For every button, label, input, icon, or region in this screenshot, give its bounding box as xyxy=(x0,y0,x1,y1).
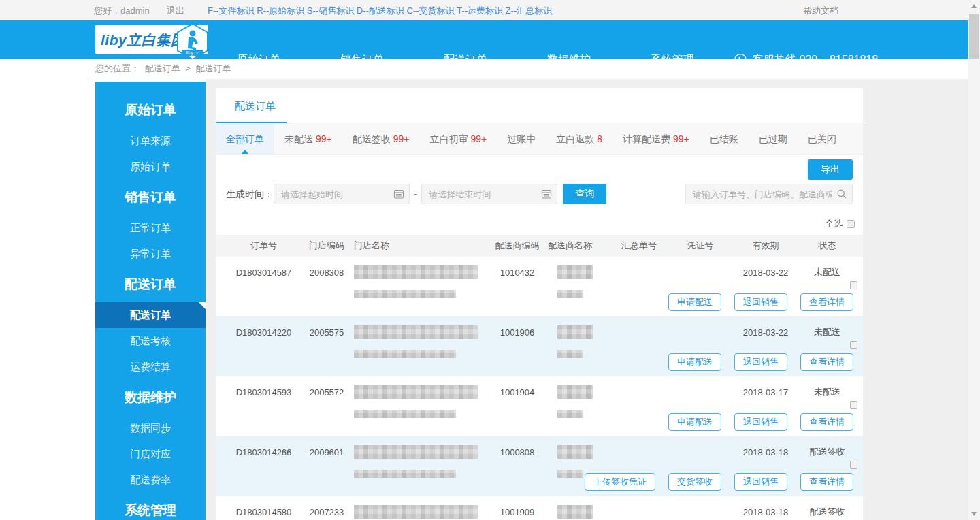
sidebar-group-系统管理[interactable]: 系统管理 xyxy=(95,495,206,520)
scrollbar-up-arrow[interactable] xyxy=(971,4,977,8)
subtab-label: 计算配送费 xyxy=(623,133,670,144)
select-all-row: 全选 xyxy=(216,212,863,235)
active-corner-marker xyxy=(199,302,206,309)
sidebar-item-运费结算[interactable]: 运费结算 xyxy=(95,354,206,380)
sidebar-group-配送订单[interactable]: 配送订单 xyxy=(95,270,206,299)
cell-order-no: D1803014580 xyxy=(228,507,299,517)
cell-status: 未配送 xyxy=(800,266,855,278)
export-button[interactable]: 导出 xyxy=(808,159,853,180)
subtab-label: 配送签收 xyxy=(353,133,391,144)
sidebar-group-原始订单[interactable]: 原始订单 xyxy=(95,95,206,125)
row-checkbox[interactable] xyxy=(850,401,858,409)
sidebar-item-配送订单[interactable]: 配送订单 xyxy=(95,302,206,328)
subtab-已关闭[interactable]: 已关闭 xyxy=(798,123,847,154)
action-button-查看详情[interactable]: 查看详情 xyxy=(800,413,853,431)
breadcrumb-separator: > xyxy=(185,63,191,74)
column-header-配送商编码: 配送商编码 xyxy=(487,240,548,252)
sidebar-group-数据维护[interactable]: 数据维护 xyxy=(95,383,206,412)
action-button-上传签收凭证[interactable]: 上传签收凭证 xyxy=(585,473,655,491)
cell-order-no: D1803014587 xyxy=(228,267,299,278)
sidebar-group-销售订单[interactable]: 销售订单 xyxy=(95,182,206,212)
cell-valid-date: 2018-03-18 xyxy=(732,507,800,517)
subtab-label: 全部订单 xyxy=(226,133,264,144)
masked-vendor-name xyxy=(557,325,593,339)
tab-delivery-orders[interactable]: 配送订单 xyxy=(235,88,276,123)
row-data: D1803014593200557210019042018-03-17未配送 xyxy=(216,376,863,408)
action-button-查看详情[interactable]: 查看详情 xyxy=(800,473,853,491)
sidebar-item-配送费率[interactable]: 配送费率 xyxy=(95,467,206,493)
sidebar-item-原始订单[interactable]: 原始订单 xyxy=(95,154,206,180)
subtab-立白初审[interactable]: 立白初审99+ xyxy=(420,123,497,154)
logout-link[interactable]: 退出 xyxy=(167,5,184,17)
row-data: D1803014580200723310019092018-03-18配送签收 xyxy=(216,496,863,520)
row-data: D1803014266200960110008082018-03-18配送签收 xyxy=(216,436,863,468)
action-button-退回销售[interactable]: 退回销售 xyxy=(734,353,787,371)
action-button-退回销售[interactable]: 退回销售 xyxy=(734,293,787,311)
subtab-已结账[interactable]: 已结账 xyxy=(700,123,749,154)
breadcrumb-parent[interactable]: 配送订单 xyxy=(145,63,180,74)
row-data: D1803014220200557510019062018-03-22未配送 xyxy=(216,316,863,348)
cell-store-code: 2005575 xyxy=(299,327,354,338)
sidebar: 原始订单订单来源原始订单销售订单正常订单异常订单配送订单配送订单配送考核运费结算… xyxy=(95,82,206,520)
cell-store-code: 2008308 xyxy=(299,267,354,278)
sidebar-item-门店对应[interactable]: 门店对应 xyxy=(95,441,206,467)
search-icon[interactable] xyxy=(836,189,847,199)
masked-vendor-name xyxy=(557,445,593,459)
sidebar-item-配送考核[interactable]: 配送考核 xyxy=(95,328,206,354)
calendar-icon[interactable] xyxy=(393,189,404,199)
cell-vendor-code: 1001906 xyxy=(487,327,548,338)
end-date-input[interactable] xyxy=(421,184,557,204)
table-row: D1803014220200557510019062018-03-22未配送申请… xyxy=(216,316,863,376)
subtab-label: 已关闭 xyxy=(808,133,836,144)
select-all-label: 全选 xyxy=(825,218,843,230)
row-checkbox[interactable] xyxy=(850,281,858,289)
masked-store-name-line2 xyxy=(354,290,456,298)
scrollbar-thumb[interactable] xyxy=(969,14,979,59)
subtab-全部订单[interactable]: 全部订单 xyxy=(216,123,274,154)
action-button-申请配送[interactable]: 申请配送 xyxy=(668,413,721,431)
cell-status: 配送签收 xyxy=(800,506,855,518)
row-actions: 申请配送退回销售查看详情 xyxy=(216,288,863,316)
subtab-count-badge: 99+ xyxy=(673,133,689,144)
action-button-退回销售[interactable]: 退回销售 xyxy=(734,413,787,431)
action-button-查看详情[interactable]: 查看详情 xyxy=(800,293,853,311)
sidebar-item-正常订单[interactable]: 正常订单 xyxy=(95,215,206,241)
sidebar-item-异常订单[interactable]: 异常订单 xyxy=(95,241,206,267)
main-panel: 配送订单 全部订单未配送99+配送签收99+立白初审99+过账中立白返款8计算配… xyxy=(216,88,863,520)
help-doc-link[interactable]: 帮助文档 xyxy=(803,5,838,17)
action-button-查看详情[interactable]: 查看详情 xyxy=(800,353,853,371)
scrollbar-down-arrow[interactable] xyxy=(971,512,977,516)
action-button-交货签收[interactable]: 交货签收 xyxy=(668,473,721,491)
select-all-checkbox[interactable] xyxy=(847,220,855,228)
active-subtab-pointer xyxy=(242,150,248,154)
cell-vendor-name xyxy=(548,265,609,279)
action-button-退回销售[interactable]: 退回销售 xyxy=(734,473,787,491)
row-actions: 上传签收凭证交货签收退回销售查看详情 xyxy=(216,468,863,496)
subtab-未配送[interactable]: 未配送99+ xyxy=(274,123,342,154)
subtab-计算配送费[interactable]: 计算配送费99+ xyxy=(612,123,700,154)
masked-vendor-name-line2 xyxy=(557,350,583,358)
sidebar-item-订单来源[interactable]: 订单来源 xyxy=(95,128,206,154)
action-button-申请配送[interactable]: 申请配送 xyxy=(668,353,721,371)
cell-store-code: 2009601 xyxy=(299,447,354,457)
subtab-配送签收[interactable]: 配送签收99+ xyxy=(342,123,420,154)
subtab-立白返款[interactable]: 立白返款8 xyxy=(546,123,612,154)
subtab-过账中[interactable]: 过账中 xyxy=(497,123,546,154)
calendar-icon[interactable] xyxy=(541,189,552,199)
query-button[interactable]: 查询 xyxy=(563,184,606,204)
cell-vendor-code: 1001909 xyxy=(487,507,548,517)
subtab-label: 立白初审 xyxy=(430,133,468,144)
start-date-input[interactable] xyxy=(274,184,410,204)
subtab-已过期[interactable]: 已过期 xyxy=(749,123,798,154)
page-scrollbar[interactable] xyxy=(968,0,980,520)
status-filter-tabs: 全部订单未配送99+配送签收99+立白初审99+过账中立白返款8计算配送费99+… xyxy=(216,123,863,155)
sidebar-item-数据同步[interactable]: 数据同步 xyxy=(95,415,206,441)
masked-vendor-name xyxy=(557,265,593,279)
keyword-search-input[interactable] xyxy=(685,184,853,204)
table-header: 订单号门店编码门店名称配送商编码配送商名称汇总单号凭证号有效期状态 xyxy=(216,235,863,257)
action-button-申请配送[interactable]: 申请配送 xyxy=(668,293,721,311)
row-checkbox[interactable] xyxy=(850,341,858,349)
row-actions: 申请配送退回销售查看详情 xyxy=(216,408,863,436)
row-checkbox[interactable] xyxy=(850,461,858,469)
cell-status: 配送签收 xyxy=(800,446,855,458)
